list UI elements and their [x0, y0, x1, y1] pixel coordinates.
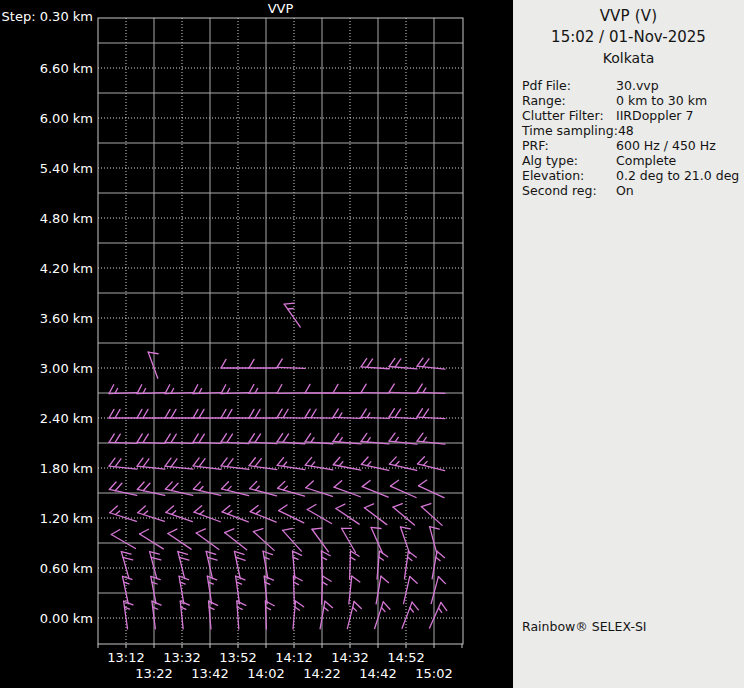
wind-barb [430, 602, 447, 628]
wind-barb [137, 385, 165, 394]
wind-barb [417, 384, 445, 393]
wind-barb [375, 602, 390, 629]
x-tick-label: 14:22 [303, 666, 340, 681]
wind-barb [137, 409, 165, 418]
y-tick-label: 3.00 km [40, 361, 93, 376]
y-tick-label: 6.00 km [40, 111, 93, 126]
wind-barb [362, 480, 388, 497]
wind-barb [221, 385, 249, 394]
wind-barb [371, 527, 382, 553]
param-label: Range: [522, 93, 616, 108]
wind-barb [306, 481, 333, 496]
wind-barb [389, 384, 417, 393]
wind-barb [137, 458, 165, 469]
wind-barb [193, 385, 221, 394]
wind-barb [121, 552, 132, 579]
y-tick-label: 3.60 km [40, 311, 93, 326]
panel-location: Kolkata [513, 46, 744, 66]
param-label: Alg type: [522, 153, 616, 168]
app-window: VVPStep: 0.30 km6.60 km6.00 km5.40 km4.8… [0, 0, 744, 688]
wind-barb [277, 359, 305, 368]
wind-barb [124, 601, 133, 629]
wind-barb [236, 576, 245, 604]
param-value: Complete [616, 153, 676, 168]
param-label: Elevation: [522, 168, 616, 183]
y-tick-label: 5.40 km [40, 161, 93, 176]
wind-barb [421, 504, 442, 526]
wind-barb [194, 506, 220, 522]
wind-barb [138, 506, 165, 521]
param-value: 0 km to 30 km [616, 93, 707, 108]
barb-row [148, 352, 445, 378]
barb-row [111, 527, 439, 554]
param-label: Clutter Filter: [522, 108, 616, 123]
wind-barb [222, 482, 249, 496]
param-value: 600 Hz / 450 Hz [616, 138, 716, 153]
param-label: Pdf File: [522, 78, 616, 93]
wind-barb [334, 481, 360, 497]
wind-barb [390, 480, 416, 497]
barb-row [109, 409, 445, 419]
barb-row [124, 601, 447, 629]
wind-barb [207, 576, 216, 604]
wind-barb [168, 529, 191, 549]
wind-barb [305, 384, 333, 393]
wind-barb [377, 551, 388, 579]
wind-barb [349, 576, 360, 604]
wind-barb [165, 458, 193, 469]
x-tick-label: 14:02 [247, 666, 284, 681]
wind-barb [389, 358, 417, 369]
wind-barb [111, 530, 135, 549]
wind-barb [253, 529, 274, 551]
wind-barb [237, 601, 246, 629]
wind-barb [109, 434, 137, 443]
wind-barb [179, 576, 188, 604]
wind-barb [109, 458, 137, 469]
param-row: Time sampling:48 [522, 123, 740, 138]
barb-row [122, 576, 445, 604]
wind-barb [342, 528, 356, 552]
barb-row [109, 384, 445, 394]
wind-barb [152, 601, 161, 629]
wind-barb [305, 457, 333, 470]
wind-barb [404, 576, 418, 603]
wind-barb [361, 359, 389, 369]
barb-row [109, 433, 445, 444]
wind-barb [225, 529, 247, 550]
wind-barb [418, 457, 445, 471]
plot-title: VVP [268, 1, 294, 16]
wind-barb [417, 409, 445, 419]
wind-barb [109, 385, 137, 394]
wind-barb [250, 482, 277, 496]
param-list: Pdf File:30.vvpRange:0 km to 30 kmClutte… [513, 78, 744, 198]
wind-barb [283, 528, 302, 551]
brand-text: Rainbow® SELEX-SI [522, 619, 647, 634]
barb-row [109, 457, 445, 471]
y-tick-label: 4.80 km [40, 211, 93, 226]
wind-barb [293, 601, 304, 629]
panel-datetime: 15:02 / 01-Nov-2025 [513, 25, 744, 46]
y-tick-label: 0.00 km [40, 611, 93, 626]
wind-barb [109, 409, 137, 418]
wind-barb [277, 409, 305, 418]
wind-barb [347, 602, 361, 629]
x-tick-label: 13:12 [107, 650, 144, 665]
wind-barb [350, 551, 359, 579]
wind-barbs [109, 303, 447, 629]
wind-barb [277, 434, 305, 444]
param-value: 30.vvp [616, 78, 659, 93]
param-row: Pdf File:30.vvp [522, 78, 740, 93]
wind-barb [234, 551, 245, 578]
wind-barb [417, 358, 445, 369]
panel-header: VVP (V) 15:02 / 01-Nov-2025 Kolkata [513, 0, 744, 66]
param-value: 0.2 deg to 21.0 deg [616, 168, 739, 183]
wind-barb [417, 433, 445, 444]
wind-barb [279, 505, 304, 523]
wind-barb [321, 551, 330, 579]
wind-barb [166, 506, 192, 522]
wind-barb [193, 409, 221, 418]
wind-barb [221, 458, 249, 469]
wind-barb [389, 409, 417, 419]
wind-barb [221, 434, 249, 444]
wind-barb [284, 303, 300, 327]
